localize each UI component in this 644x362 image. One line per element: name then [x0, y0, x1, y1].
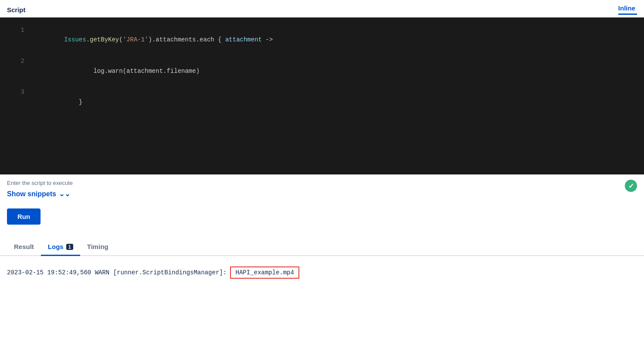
- log-prefix: 2023-02-15 19:52:49,560 WARN [runner.Scr…: [7, 269, 230, 276]
- tab-timing[interactable]: Timing: [80, 239, 115, 256]
- code-line-3: 3 }: [0, 86, 644, 117]
- line-content-2: log.warn(attachment.filename): [35, 56, 200, 85]
- token-class: Issues: [64, 36, 86, 43]
- line-number-1: 1: [7, 25, 24, 35]
- page-container: Script Inline 1 Issues.getByKey('JRA-1')…: [0, 0, 644, 362]
- tab-logs[interactable]: Logs 1: [41, 239, 80, 256]
- script-title: Script: [7, 6, 26, 14]
- show-snippets-row: Show snippets ⌄⌄: [7, 190, 73, 198]
- log-value-box: HAPI_example.mp4: [230, 266, 299, 279]
- line-content-1: Issues.getByKey('JRA-1').attachments.eac…: [35, 25, 273, 55]
- line-number-3: 3: [7, 87, 24, 97]
- code-editor[interactable]: 1 Issues.getByKey('JRA-1').attachments.e…: [0, 17, 644, 174]
- inline-tab[interactable]: Inline: [618, 4, 637, 15]
- log-line: 2023-02-15 19:52:49,560 WARN [runner.Scr…: [7, 266, 637, 279]
- line-content-3: }: [35, 87, 82, 116]
- script-hint: Enter the script to execute: [7, 180, 73, 186]
- code-line-2: 2 log.warn(attachment.filename): [0, 55, 644, 86]
- tab-result[interactable]: Result: [7, 239, 41, 256]
- run-button-container: Run: [0, 205, 644, 239]
- script-header: Script Inline: [0, 0, 644, 17]
- run-button[interactable]: Run: [7, 208, 41, 225]
- editor-hints: Enter the script to execute Show snippet…: [7, 180, 73, 205]
- result-tabs: Result Logs 1 Timing: [0, 239, 644, 256]
- show-snippets-link[interactable]: Show snippets: [7, 190, 56, 198]
- chevron-down-icon: ⌄⌄: [59, 190, 70, 198]
- logs-badge: 1: [66, 244, 73, 250]
- status-check-icon: ✓: [625, 180, 637, 192]
- log-output: 2023-02-15 19:52:49,560 WARN [runner.Scr…: [0, 256, 644, 362]
- code-line-1: 1 Issues.getByKey('JRA-1').attachments.e…: [0, 24, 644, 55]
- line-number-2: 2: [7, 56, 24, 66]
